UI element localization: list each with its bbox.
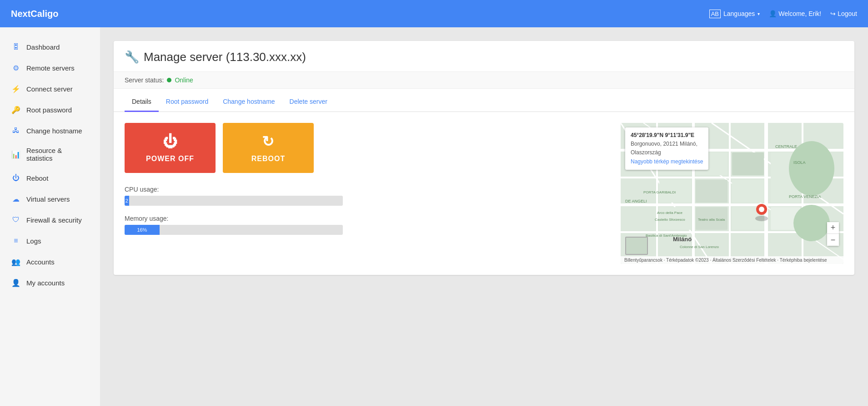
power-icon: ⏻ xyxy=(163,133,178,150)
server-status-bar: Server status: Online xyxy=(114,71,854,89)
logs-icon: ≡ xyxy=(11,236,21,246)
my-accounts-icon: 👤 xyxy=(11,278,21,288)
sidebar-item-firewall-security[interactable]: 🛡 Firewall & security xyxy=(0,209,100,230)
map-info-box: 45°28'19.9"N 9°11'31.9"E Borgonuovo, 201… xyxy=(625,127,708,170)
virtual-servers-icon: ☁ xyxy=(11,194,21,204)
sidebar-item-virtual-servers[interactable]: ☁ Virtual servers xyxy=(0,188,100,209)
svg-text:CENTRALE: CENTRALE xyxy=(775,144,797,149)
svg-text:Colonne di San Lorenzo: Colonne di San Lorenzo xyxy=(680,245,719,249)
welcome-message: 👤 Welcome, Erik! xyxy=(769,10,821,17)
server-status-label: Server status: xyxy=(125,76,164,84)
tab-delete-server-label: Delete server xyxy=(290,98,327,105)
languages-label: Languages xyxy=(723,10,755,17)
left-panel: ⏻ POWER OFF ↻ REBOOT CPU usage: xyxy=(125,123,610,264)
languages-icon: AB xyxy=(709,10,721,18)
accounts-icon: 👥 xyxy=(11,257,21,267)
layout: 🎛 Dashboard ⚙ Remote servers ⚡ Connect s… xyxy=(0,27,868,406)
map-zoom-in-button[interactable]: + xyxy=(827,222,839,234)
memory-progress-track: 16% xyxy=(125,225,343,235)
status-text: Online xyxy=(175,76,193,84)
svg-text:DE ANGELI: DE ANGELI xyxy=(625,199,647,203)
reboot-label: REBOOT xyxy=(251,155,285,163)
resource-statistics-icon: 📊 xyxy=(11,149,21,159)
svg-text:Basilica di Sant'Ambrogio: Basilica di Sant'Ambrogio xyxy=(646,233,687,238)
sidebar-label-dashboard: Dashboard xyxy=(26,43,60,51)
right-panel: ISOLA CENTRALE PORTA VENEZIA DE ANGELI M… xyxy=(621,123,843,264)
tab-delete-server[interactable]: Delete server xyxy=(282,92,335,112)
map-zoom-controls: + − xyxy=(827,222,839,246)
tab-change-hostname[interactable]: Change hostname xyxy=(216,92,282,112)
logout-label: Logout xyxy=(838,10,857,17)
sidebar-item-root-password[interactable]: 🔑 Root password xyxy=(0,99,100,120)
languages-dropdown[interactable]: AB Languages ▾ xyxy=(709,10,760,18)
connect-server-icon: ⚡ xyxy=(11,84,21,94)
sidebar-item-my-accounts[interactable]: 👤 My accounts xyxy=(0,272,100,293)
sidebar-label-logs: Logs xyxy=(26,237,41,245)
sidebar-item-dashboard[interactable]: 🎛 Dashboard xyxy=(0,36,100,57)
power-off-button[interactable]: ⏻ POWER OFF xyxy=(125,123,216,173)
sidebar-item-accounts[interactable]: 👥 Accounts xyxy=(0,251,100,272)
svg-text:PORTA GARIBALDI: PORTA GARIBALDI xyxy=(643,190,676,194)
sidebar-item-logs[interactable]: ≡ Logs xyxy=(0,230,100,251)
sidebar-label-change-hostname: Change hostname xyxy=(26,127,82,135)
chevron-down-icon: ▾ xyxy=(758,11,760,16)
reboot-button[interactable]: ↻ REBOOT xyxy=(223,123,314,173)
map-address-line1: Borgonuovo, 20121 Milánó, xyxy=(631,140,703,148)
remote-servers-icon: ⚙ xyxy=(11,63,21,73)
svg-rect-20 xyxy=(696,180,728,203)
reboot-btn-icon: ↻ xyxy=(262,133,275,150)
sidebar-label-root-password: Root password xyxy=(26,106,72,114)
svg-rect-19 xyxy=(732,180,764,203)
map-thumbnail xyxy=(625,237,648,255)
tab-details[interactable]: Details xyxy=(125,92,159,112)
change-hostname-icon: 🖧 xyxy=(11,126,21,136)
sidebar-label-reboot: Reboot xyxy=(26,174,48,182)
logout-icon: ↪ xyxy=(830,10,836,17)
memory-usage-section: Memory usage: 16% xyxy=(125,215,610,235)
wrench-icon: 🔧 xyxy=(125,50,139,64)
cpu-label: CPU usage: xyxy=(125,186,610,193)
status-indicator xyxy=(167,78,171,82)
memory-label: Memory usage: xyxy=(125,215,610,222)
power-off-label: POWER OFF xyxy=(146,155,194,163)
firewall-icon: 🛡 xyxy=(11,215,21,225)
sidebar-label-firewall-security: Firewall & security xyxy=(26,216,82,224)
dashboard-icon: 🎛 xyxy=(11,42,21,52)
tab-root-password[interactable]: Root password xyxy=(159,92,216,112)
user-icon: 👤 xyxy=(769,10,777,17)
action-buttons: ⏻ POWER OFF ↻ REBOOT xyxy=(125,123,610,173)
sidebar-item-change-hostname[interactable]: 🖧 Change hostname xyxy=(0,120,100,141)
content-card: 🔧 Manage server (113.30.xxx.xx) Server s… xyxy=(114,41,854,275)
root-password-icon: 🔑 xyxy=(11,105,21,115)
cpu-usage-section: CPU usage: 2 xyxy=(125,186,610,206)
cpu-progress-fill: 2 xyxy=(125,196,129,206)
sidebar-item-remote-servers[interactable]: ⚙ Remote servers xyxy=(0,57,100,78)
tab-details-label: Details xyxy=(132,98,151,105)
map-coordinates: 45°28'19.9"N 9°11'31.9"E xyxy=(631,131,703,140)
tab-root-password-label: Root password xyxy=(166,98,208,105)
svg-point-38 xyxy=(755,216,768,221)
map-zoom-out-button[interactable]: − xyxy=(827,234,839,246)
logout-button[interactable]: ↪ Logout xyxy=(830,10,857,17)
svg-rect-17 xyxy=(732,152,764,175)
welcome-text: Welcome, Erik! xyxy=(778,10,821,17)
sidebar-item-connect-server[interactable]: ⚡ Connect server xyxy=(0,78,100,99)
cpu-progress-track: 2 xyxy=(125,196,343,206)
header: NextCaligo AB Languages ▾ 👤 Welcome, Eri… xyxy=(0,0,868,27)
main-content: 🔧 Manage server (113.30.xxx.xx) Server s… xyxy=(100,27,868,406)
sidebar-label-accounts: Accounts xyxy=(26,258,55,266)
sidebar-item-reboot[interactable]: ⏻ Reboot xyxy=(0,167,100,188)
svg-text:ISOLA: ISOLA xyxy=(793,160,806,165)
sidebar-item-resource-statistics[interactable]: 📊 Resource & statistics xyxy=(0,141,100,167)
sidebar-label-connect-server: Connect server xyxy=(26,85,73,93)
svg-text:Teatro alla Scala: Teatro alla Scala xyxy=(698,218,725,222)
svg-point-26 xyxy=(793,205,830,241)
memory-progress-fill: 16% xyxy=(125,225,160,235)
page-title-text: Manage server (113.30.xxx.xx) xyxy=(144,50,306,64)
cpu-value: 2 xyxy=(125,198,128,203)
sidebar-label-remote-servers: Remote servers xyxy=(26,64,75,72)
larger-map-link[interactable]: Nagyobb térkép megtekintése xyxy=(631,157,703,166)
map-container[interactable]: ISOLA CENTRALE PORTA VENEZIA DE ANGELI M… xyxy=(621,123,843,264)
sidebar-label-virtual-servers: Virtual servers xyxy=(26,195,70,203)
header-actions: AB Languages ▾ 👤 Welcome, Erik! ↪ Logout xyxy=(709,10,857,18)
